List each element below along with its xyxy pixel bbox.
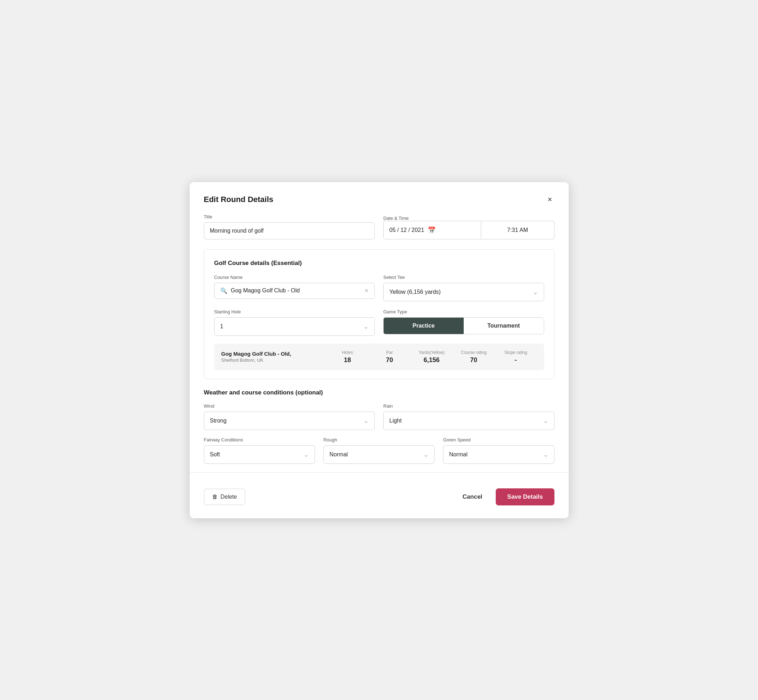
modal-title: Edit Round Details <box>204 195 274 204</box>
course-name-tee-row: Course Name 🔍 Gog Magog Golf Club - Old … <box>214 275 544 301</box>
game-type-toggle: Practice Tournament <box>383 317 544 334</box>
club-location: Shelford Bottom, UK <box>221 358 327 363</box>
cancel-button[interactable]: Cancel <box>456 489 489 505</box>
select-tee-dropdown[interactable]: Yellow (6,156 yards) ⌄ <box>383 283 544 301</box>
slope-rating-stat: Slope rating - <box>495 350 537 364</box>
course-rating-label: Course rating <box>461 350 487 355</box>
select-tee-value: Yellow (6,156 yards) <box>389 289 531 295</box>
green-speed-dropdown[interactable]: Normal ⌄ <box>443 445 554 464</box>
practice-button[interactable]: Practice <box>384 318 464 334</box>
footer: 🗑 Delete Cancel Save Details <box>204 483 554 505</box>
green-speed-group: Green Speed Normal ⌄ <box>443 437 554 464</box>
par-value: 70 <box>386 356 393 364</box>
search-icon: 🔍 <box>220 288 227 294</box>
club-name: Gog Magog Golf Club - Old, <box>221 351 327 357</box>
datetime-label: Date & Time <box>383 216 554 221</box>
starting-hole-label: Starting Hole <box>214 309 375 314</box>
chevron-down-fairway-icon: ⌄ <box>304 451 309 458</box>
rough-value: Normal <box>329 452 421 458</box>
course-name-label: Course Name <box>214 275 375 280</box>
rough-label: Rough <box>324 437 434 442</box>
starting-hole-group: Starting Hole 1 ⌄ <box>214 309 375 336</box>
par-stat: Par 70 <box>368 350 410 364</box>
course-name-input[interactable]: 🔍 Gog Magog Golf Club - Old ✕ <box>214 283 375 299</box>
trash-icon: 🗑 <box>212 494 218 500</box>
chevron-down-rain-icon: ⌄ <box>543 417 548 425</box>
title-field-group: Title <box>204 214 375 239</box>
weather-section: Weather and course conditions (optional)… <box>204 389 554 464</box>
holes-stat: Holes 18 <box>326 350 368 364</box>
course-rating-value: 70 <box>470 356 477 364</box>
select-tee-label: Select Tee <box>383 275 544 280</box>
holes-value: 18 <box>344 356 351 364</box>
starting-hole-value: 1 <box>220 323 362 330</box>
calendar-icon: 📅 <box>428 226 435 234</box>
delete-button[interactable]: 🗑 Delete <box>204 489 245 505</box>
footer-right: Cancel Save Details <box>456 488 554 505</box>
slope-rating-label: Slope rating <box>504 350 527 355</box>
fairway-value: Soft <box>210 452 301 458</box>
time-value: 7:31 AM <box>507 227 528 233</box>
green-speed-label: Green Speed <box>443 437 554 442</box>
starting-hole-dropdown[interactable]: 1 ⌄ <box>214 317 375 336</box>
title-label: Title <box>204 214 375 219</box>
chevron-down-icon: ⌄ <box>533 288 538 296</box>
game-type-label: Game Type <box>383 309 544 314</box>
wind-rain-row: Wind Strong ⌄ Rain Light ⌄ <box>204 403 554 430</box>
holes-label: Holes <box>342 350 353 355</box>
fairway-group: Fairway Conditions Soft ⌄ <box>204 437 315 464</box>
footer-divider <box>190 472 568 473</box>
title-input[interactable] <box>204 222 375 239</box>
datetime-field-group: Date & Time 05 / 12 / 2021 📅 7:31 AM <box>383 216 554 239</box>
select-tee-group: Select Tee Yellow (6,156 yards) ⌄ <box>383 275 544 301</box>
yards-value: 6,156 <box>423 356 440 364</box>
slope-rating-value: - <box>515 356 517 364</box>
fairway-rough-green-row: Fairway Conditions Soft ⌄ Rough Normal ⌄… <box>204 437 554 464</box>
fairway-dropdown[interactable]: Soft ⌄ <box>204 445 315 464</box>
rain-dropdown[interactable]: Light ⌄ <box>383 411 554 430</box>
time-input[interactable]: 7:31 AM <box>481 221 554 239</box>
par-label: Par <box>386 350 393 355</box>
yards-label: Yards(Yellow) <box>418 350 445 355</box>
chevron-down-rough-icon: ⌄ <box>423 451 429 458</box>
course-rating-stat: Course rating 70 <box>453 350 495 364</box>
yards-stat: Yards(Yellow) 6,156 <box>411 350 453 364</box>
green-speed-value: Normal <box>449 452 540 458</box>
course-name-value: Gog Magog Golf Club - Old <box>231 288 361 294</box>
delete-label: Delete <box>221 494 237 500</box>
clear-course-icon[interactable]: ✕ <box>365 288 369 294</box>
tournament-button[interactable]: Tournament <box>464 318 544 334</box>
rough-dropdown[interactable]: Normal ⌄ <box>324 445 434 464</box>
golf-course-section: Golf Course details (Essential) Course N… <box>204 249 554 379</box>
starting-hole-gametype-row: Starting Hole 1 ⌄ Game Type Practice Tou… <box>214 309 544 336</box>
rough-group: Rough Normal ⌄ <box>324 437 434 464</box>
rain-label: Rain <box>383 403 554 409</box>
wind-dropdown[interactable]: Strong ⌄ <box>204 411 375 430</box>
edit-round-modal: Edit Round Details × Title Date & Time 0… <box>190 182 568 518</box>
golf-course-section-title: Golf Course details (Essential) <box>214 259 544 267</box>
date-value: 05 / 12 / 2021 <box>389 227 424 233</box>
course-info-row: Gog Magog Golf Club - Old, Shelford Bott… <box>214 344 544 370</box>
wind-value: Strong <box>210 417 362 424</box>
chevron-down-green-icon: ⌄ <box>543 451 548 458</box>
close-button[interactable]: × <box>545 195 554 204</box>
modal-header: Edit Round Details × <box>204 195 554 204</box>
chevron-down-wind-icon: ⌄ <box>363 417 369 425</box>
rain-value: Light <box>389 417 541 424</box>
top-fields: Title Date & Time 05 / 12 / 2021 📅 7:31 … <box>204 214 554 239</box>
chevron-down-hole-icon: ⌄ <box>363 323 369 330</box>
weather-title: Weather and course conditions (optional) <box>204 389 554 396</box>
rain-group: Rain Light ⌄ <box>383 403 554 430</box>
save-button[interactable]: Save Details <box>496 488 554 505</box>
course-info-name: Gog Magog Golf Club - Old, Shelford Bott… <box>221 351 327 363</box>
wind-group: Wind Strong ⌄ <box>204 403 375 430</box>
game-type-group: Game Type Practice Tournament <box>383 309 544 336</box>
fairway-label: Fairway Conditions <box>204 437 315 442</box>
course-name-group: Course Name 🔍 Gog Magog Golf Club - Old … <box>214 275 375 301</box>
date-input[interactable]: 05 / 12 / 2021 📅 <box>383 221 481 239</box>
wind-label: Wind <box>204 403 375 409</box>
